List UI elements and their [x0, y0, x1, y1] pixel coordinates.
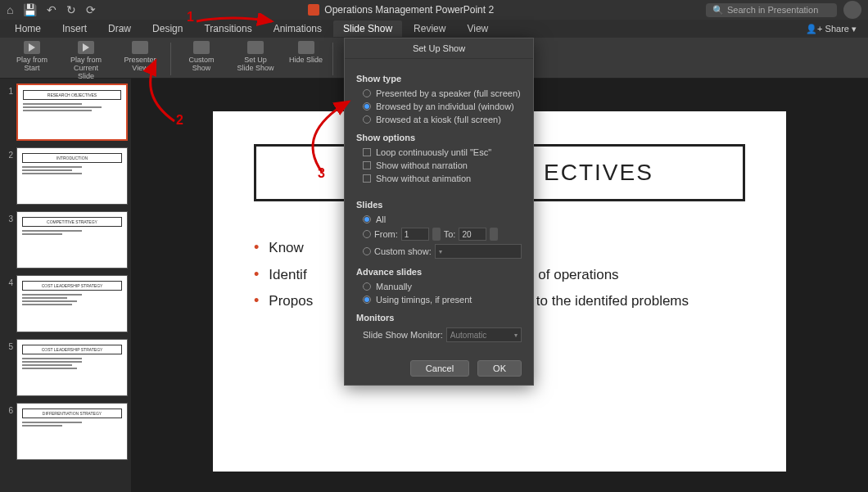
tab-insert[interactable]: Insert: [52, 20, 97, 37]
ok-button[interactable]: OK: [477, 360, 522, 377]
share-button[interactable]: 👤+ Share ▾: [799, 22, 863, 36]
show-options-label: Show options: [356, 133, 522, 142]
thumbnail-6[interactable]: DIFFERENTIATION STRATEGY: [16, 403, 128, 460]
slides-label: Slides: [356, 200, 522, 210]
powerpoint-icon: [308, 4, 319, 16]
tab-design[interactable]: Design: [142, 20, 192, 37]
play-from-start-button[interactable]: Play from Start: [5, 41, 59, 72]
cancel-button[interactable]: Cancel: [410, 360, 469, 377]
tab-draw[interactable]: Draw: [98, 20, 141, 37]
redo-icon[interactable]: ↻: [66, 3, 76, 16]
from-spinner[interactable]: [432, 228, 441, 241]
to-spinner[interactable]: [490, 228, 498, 241]
thumbnail-5[interactable]: COST LEADERSHIP STRATEGY: [16, 339, 128, 396]
refresh-icon[interactable]: ⟳: [86, 3, 96, 16]
advance-label: Advance slides: [356, 267, 522, 277]
search-input[interactable]: 🔍 Search in Presentation: [706, 3, 837, 17]
tab-slide-show[interactable]: Slide Show: [333, 20, 402, 37]
tab-review[interactable]: Review: [404, 20, 455, 37]
no-animation-checkbox[interactable]: Show without animation: [356, 172, 522, 185]
presenter-view-button[interactable]: Presenter View: [113, 41, 167, 72]
home-icon[interactable]: ⌂: [7, 3, 13, 16]
avatar[interactable]: [843, 1, 861, 19]
play-from-current-button[interactable]: Play from Current Slide: [59, 41, 113, 80]
thumbnail-2[interactable]: INTRODUCTION: [16, 147, 128, 205]
show-type-kiosk[interactable]: Browsed at a kiosk (full screen): [356, 113, 522, 126]
slides-from-radio[interactable]: [363, 230, 371, 238]
slides-all-radio[interactable]: All: [356, 213, 522, 226]
thumbnail-1[interactable]: RESEARCH OBJECTIVES: [16, 84, 128, 141]
advance-manually[interactable]: Manually: [356, 280, 522, 293]
tab-home[interactable]: Home: [5, 20, 51, 37]
custom-show-radio[interactable]: [363, 247, 371, 255]
loop-checkbox[interactable]: Loop continuously until "Esc": [356, 146, 522, 159]
show-type-individual[interactable]: Browsed by an individual (window): [356, 100, 522, 113]
search-icon: 🔍: [712, 5, 724, 16]
save-icon[interactable]: 💾: [23, 3, 37, 16]
slide-thumbnails: 1RESEARCH OBJECTIVES 2INTRODUCTION 3COMP…: [0, 79, 131, 492]
set-up-show-dialog: Set Up Show Show type Presented by a spe…: [344, 38, 534, 386]
show-type-speaker[interactable]: Presented by a speaker (full screen): [356, 87, 522, 100]
show-type-label: Show type: [356, 74, 522, 84]
custom-show-button[interactable]: Custom Show: [174, 41, 228, 72]
ribbon-tabs: Home Insert Draw Design Transitions Anim…: [0, 20, 868, 38]
tab-transitions[interactable]: Transitions: [194, 20, 261, 37]
hide-slide-button[interactable]: Hide Slide: [283, 41, 329, 64]
tab-animations[interactable]: Animations: [264, 20, 332, 37]
document-title: Operations Management PowerPoint 2: [324, 4, 494, 16]
monitor-select[interactable]: Automatic: [446, 327, 522, 342]
from-input[interactable]: [401, 228, 429, 241]
monitor-row-label: Slide Show Monitor:: [363, 330, 443, 340]
custom-show-select[interactable]: [435, 244, 522, 259]
tab-view[interactable]: View: [457, 20, 498, 37]
title-bar: ⌂ 💾 ↶ ↻ ⟳ Operations Management PowerPoi…: [0, 0, 868, 20]
monitors-label: Monitors: [356, 313, 522, 323]
set-up-show-button[interactable]: Set Up Slide Show: [228, 41, 283, 72]
advance-timings[interactable]: Using timings, if present: [356, 293, 522, 306]
no-narration-checkbox[interactable]: Show without narration: [356, 159, 522, 172]
undo-icon[interactable]: ↶: [47, 3, 57, 16]
dialog-title: Set Up Show: [345, 38, 533, 59]
to-input[interactable]: [459, 228, 486, 241]
thumbnail-3[interactable]: COMPETITIVE STRATEGY: [16, 211, 128, 269]
thumbnail-4[interactable]: COST LEADERSHIP STRATEGY: [16, 275, 128, 332]
